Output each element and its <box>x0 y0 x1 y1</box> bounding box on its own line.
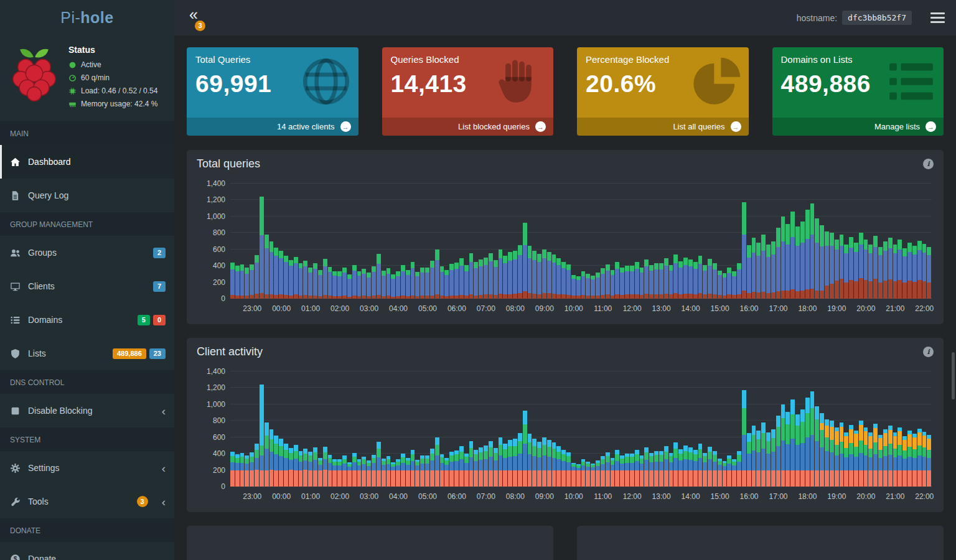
scrollbar-thumb[interactable] <box>952 352 955 399</box>
hostname-value: dfc3bb8b52f7 <box>842 11 912 25</box>
users-icon <box>10 248 21 258</box>
sidebar-item-donate[interactable]: $ Donate <box>0 542 174 560</box>
sidebar-item-label: Disable Blocking <box>28 406 93 416</box>
clients-count-badge: 7 <box>153 281 166 292</box>
memory-icon <box>68 100 77 108</box>
sidebar-item-label: Donate <box>28 554 56 560</box>
total-queries-panel: Total queries i 02004006008001,0001,2001… <box>187 150 944 324</box>
sidebar-item-label: Clients <box>28 281 55 291</box>
gear-icon <box>10 463 21 474</box>
sidebar-item-lists[interactable]: Lists 489,886 23 <box>0 337 174 370</box>
menu-section-group-management: GROUP MANAGEMENT <box>0 212 174 236</box>
arrow-circle-icon: → <box>535 121 546 132</box>
info-icon[interactable]: i <box>923 159 934 169</box>
hamburger-menu-icon[interactable] <box>930 12 945 23</box>
tools-count-badge: 3 <box>137 496 148 507</box>
brand: Pi-hole <box>0 0 174 35</box>
status-active: Active <box>68 60 157 69</box>
sidebar-item-groups[interactable]: Groups 2 <box>0 236 174 269</box>
sidebar-menu: MAIN Dashboard Query Log GROUP MANAGEMEN… <box>0 121 174 560</box>
sidebar-item-domains[interactable]: Domains 5 0 <box>0 303 174 337</box>
chevron-left-icon: ‹ <box>162 405 166 417</box>
card-title: Percentage Blocked <box>586 54 740 65</box>
sidebar-item-label: Dashboard <box>28 157 71 167</box>
home-icon <box>10 157 21 167</box>
brand-prefix: Pi- <box>60 9 80 27</box>
raspberry-logo <box>9 44 60 103</box>
status-memory: Memory usage: 42.4 % <box>68 100 157 108</box>
pihole-dashboard: Pi-hole Status Active <box>0 0 956 560</box>
topbar: « 3 hostname: dfc3bb8b52f7 <box>174 0 956 35</box>
panel-title: Client activity <box>197 345 263 358</box>
manage-lists-link[interactable]: Manage lists → <box>772 118 944 136</box>
summary-cards: Total Queries 69,991 14 active clients →… <box>187 47 944 136</box>
card-percentage-blocked: Percentage Blocked 20.6% List all querie… <box>577 47 749 136</box>
chevron-left-icon: ‹ <box>162 462 166 474</box>
arrow-circle-icon: → <box>731 121 741 132</box>
chevron-left-icon: ‹ <box>162 496 166 508</box>
collapse-icon: « <box>189 6 198 23</box>
sidebar-item-label: Lists <box>28 348 46 358</box>
menu-section-system: SYSTEM <box>0 427 174 451</box>
lists-count-badge: 23 <box>149 348 166 359</box>
card-value: 14,413 <box>391 70 545 98</box>
arrow-circle-icon: → <box>926 121 936 132</box>
all-queries-link[interactable]: List all queries → <box>577 118 749 136</box>
sidebar-item-query-log[interactable]: Query Log <box>0 179 174 212</box>
total-queries-chart[interactable]: 02004006008001,0001,2001,40023:0000:0001… <box>230 184 932 299</box>
groups-count-badge: 2 <box>153 248 166 258</box>
sidebar-item-disable-blocking[interactable]: Disable Blocking ‹ <box>0 394 174 427</box>
brand-suffix: hole <box>80 9 113 27</box>
panel-stub-left <box>187 526 553 560</box>
sidebar-item-dashboard[interactable]: Dashboard <box>0 145 174 179</box>
client-activity-chart[interactable]: 02004006008001,0001,2001,40023:0000:0001… <box>230 371 932 487</box>
sidebar-item-label: Tools <box>28 497 49 506</box>
topbar-right: hostname: dfc3bb8b52f7 <box>797 11 945 25</box>
svg-text:$: $ <box>14 556 17 560</box>
sidebar-item-tools[interactable]: Tools 3 ‹ <box>0 485 174 518</box>
content: Total Queries 69,991 14 active clients →… <box>174 35 956 560</box>
file-icon <box>10 190 21 201</box>
sidebar-item-label: Settings <box>28 463 60 473</box>
info-icon[interactable]: i <box>923 347 934 357</box>
card-value: 69,991 <box>195 70 350 98</box>
arrow-circle-icon: → <box>340 121 351 132</box>
display-icon <box>10 281 21 292</box>
card-queries-blocked: Queries Blocked 14,413 List blocked quer… <box>382 47 554 136</box>
client-activity-panel: Client activity i 02004006008001,0001,20… <box>187 338 944 512</box>
hostname-label: hostname: <box>797 13 837 23</box>
card-domains-on-lists: Domains on Lists 489,886 Manage lists → <box>772 47 944 136</box>
main-column: « 3 hostname: dfc3bb8b52f7 Total Queries… <box>174 0 956 560</box>
hostname: hostname: dfc3bb8b52f7 <box>797 11 912 25</box>
sidebar-collapse-button[interactable]: « 3 <box>189 6 209 30</box>
menu-section-dns-control: DNS CONTROL <box>0 370 174 394</box>
domains-allow-badge: 5 <box>138 315 150 325</box>
menu-section-main: MAIN <box>0 121 174 145</box>
sidebar: Pi-hole Status Active <box>0 0 174 560</box>
menu-section-donate: DONATE <box>0 518 174 542</box>
sidebar-item-label: Query Log <box>28 190 68 200</box>
status-block: Status Active 60 q/min Load: 0.46 / 0.52… <box>0 35 174 121</box>
panel-stub-right <box>577 526 944 560</box>
sidebar-item-settings[interactable]: Settings ‹ <box>0 451 174 485</box>
panel-title: Total queries <box>197 157 260 170</box>
list-icon <box>10 315 21 325</box>
stop-icon <box>10 406 21 416</box>
blocked-queries-link[interactable]: List blocked queries → <box>382 118 554 136</box>
notification-badge: 3 <box>195 21 205 31</box>
wrench-icon <box>10 497 21 507</box>
bottom-panels <box>187 526 944 560</box>
shield-icon <box>10 348 21 359</box>
active-clients-link[interactable]: 14 active clients → <box>187 118 358 136</box>
gauge-icon <box>68 74 77 82</box>
card-title: Total Queries <box>195 54 350 65</box>
status-column: Status Active 60 q/min Load: 0.46 / 0.52… <box>68 44 157 113</box>
sidebar-item-label: Groups <box>28 248 57 258</box>
status-load: Load: 0.46 / 0.52 / 0.54 <box>68 86 157 95</box>
status-title: Status <box>68 45 157 55</box>
card-value: 20.6% <box>586 70 740 98</box>
lists-domains-badge: 489,886 <box>113 348 146 359</box>
donate-coin-icon: $ <box>10 554 21 560</box>
sidebar-item-clients[interactable]: Clients 7 <box>0 269 174 303</box>
card-title: Queries Blocked <box>391 54 545 65</box>
